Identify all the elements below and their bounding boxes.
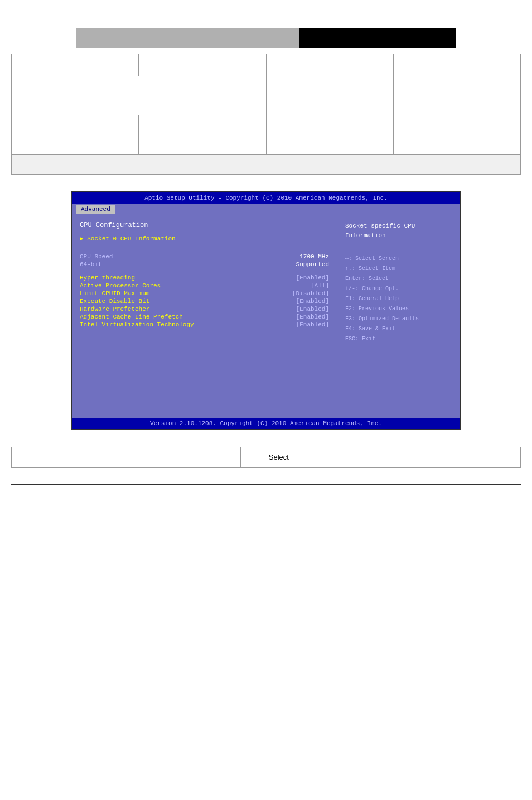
bios-body: CPU Configuration Socket 0 CPU Informati… <box>72 215 460 418</box>
table-row: Select <box>12 447 521 468</box>
bios-setting-active-cores[interactable]: Active Processor Cores [All] <box>80 282 329 289</box>
bios-right-panel: Socket specific CPU Information ↔: Selec… <box>337 215 460 418</box>
table-cell <box>139 115 266 155</box>
bottom-table-col1 <box>12 447 241 468</box>
bios-submenu-socket[interactable]: Socket 0 CPU Information <box>80 235 329 242</box>
bios-info-64bit: 64-bit Supported <box>80 261 329 268</box>
bios-right-description: Socket specific CPU Information <box>345 221 452 240</box>
bottom-table-area: Select <box>11 447 521 468</box>
table-row <box>12 76 521 115</box>
bios-right-divider <box>345 248 452 248</box>
table-cell <box>266 76 393 115</box>
key-hint-esc: ESC: Exit <box>345 334 452 344</box>
bios-setting-execute-disable[interactable]: Execute Disable Bit [Enabled] <box>80 298 329 305</box>
bottom-table-col2: Select <box>240 447 317 468</box>
top-section <box>11 28 521 175</box>
table-cell <box>12 54 139 76</box>
table-cell <box>12 115 139 155</box>
bios-setting-vt[interactable]: Intel Virtualization Technology [Enabled… <box>80 321 329 328</box>
spacer <box>80 248 329 253</box>
bottom-table: Select <box>11 447 521 468</box>
table-cell <box>393 115 520 155</box>
bios-setting-cpuid-max[interactable]: Limit CPUID Maximum [Disabled] <box>80 290 329 297</box>
spacer <box>80 269 329 274</box>
bios-info-cpu-speed: CPU Speed 1700 MHz <box>80 253 329 260</box>
key-hint-f4: F4: Save & Exit <box>345 324 452 334</box>
bios-section-title: CPU Configuration <box>80 221 329 229</box>
bios-setting-adj-cache[interactable]: Adjacent Cache Line Prefetch [Enabled] <box>80 314 329 320</box>
table-cell <box>266 115 393 155</box>
table-cell <box>139 54 266 76</box>
header-bar <box>76 28 456 48</box>
bios-key-hints: ↔: Select Screen ↑↓: Select Item Enter: … <box>345 254 452 344</box>
table-row <box>12 54 521 76</box>
right-panel-spacer <box>345 344 452 411</box>
bios-title: Aptio Setup Utility - Copyright (C) 2010… <box>72 192 460 204</box>
table-cell <box>12 76 267 115</box>
key-hint-f1: F1: General Help <box>345 294 452 304</box>
table-row <box>12 155 521 175</box>
header-bar-left <box>76 28 299 48</box>
table-cell <box>12 155 521 175</box>
table-row <box>12 115 521 155</box>
table-cell <box>266 54 393 76</box>
divider-line <box>11 484 521 485</box>
key-hint-enter: Enter: Select <box>345 274 452 284</box>
bios-tab-advanced[interactable]: Advanced <box>76 205 115 214</box>
key-hint-select-screen: ↔: Select Screen <box>345 254 452 264</box>
bios-screen: Aptio Setup Utility - Copyright (C) 2010… <box>71 191 461 430</box>
bios-tab-bar: Advanced <box>72 204 460 215</box>
header-bar-right <box>299 28 456 48</box>
bios-setting-hyperthreading[interactable]: Hyper-threading [Enabled] <box>80 274 329 281</box>
key-hint-f2: F2: Previous Values <box>345 304 452 314</box>
bottom-table-col3 <box>317 447 520 468</box>
bios-left-panel: CPU Configuration Socket 0 CPU Informati… <box>72 215 337 418</box>
top-table <box>11 54 521 175</box>
key-hint-f3: F3: Optimized Defaults <box>345 314 452 324</box>
key-hint-change-opt: +/-: Change Opt. <box>345 284 452 294</box>
key-hint-select-item: ↑↓: Select Item <box>345 264 452 274</box>
bios-setting-hw-prefetch[interactable]: Hardware Prefetcher [Enabled] <box>80 306 329 312</box>
bios-footer: Version 2.10.1208. Copyright (C) 2010 Am… <box>72 418 460 429</box>
